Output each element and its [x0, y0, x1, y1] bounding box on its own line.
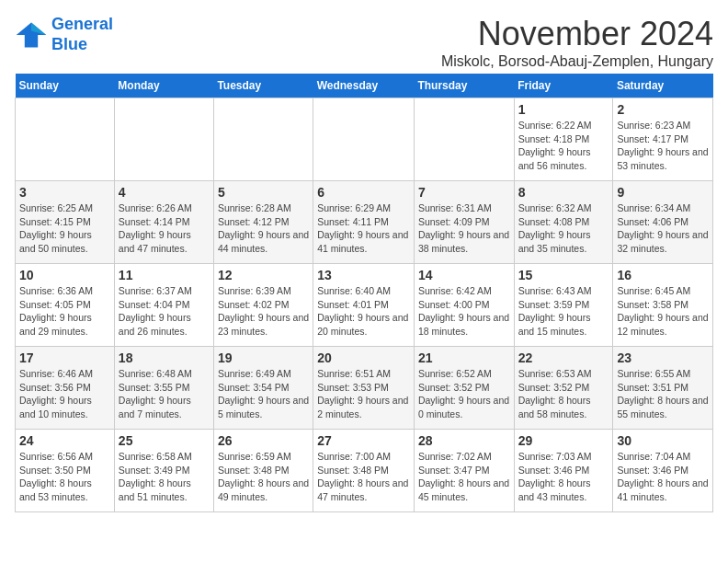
- calendar-table: SundayMondayTuesdayWednesdayThursdayFrid…: [15, 74, 713, 512]
- calendar-cell: [114, 98, 213, 181]
- calendar-cell: 15Sunrise: 6:43 AM Sunset: 3:59 PM Dayli…: [514, 264, 613, 347]
- day-info: Sunrise: 6:28 AM Sunset: 4:12 PM Dayligh…: [218, 201, 309, 256]
- day-number: 15: [518, 268, 609, 282]
- calendar-cell: 3Sunrise: 6:25 AM Sunset: 4:15 PM Daylig…: [16, 181, 115, 264]
- day-number: 13: [317, 268, 410, 282]
- day-info: Sunrise: 6:43 AM Sunset: 3:59 PM Dayligh…: [518, 284, 609, 339]
- day-number: 7: [418, 185, 510, 200]
- day-info: Sunrise: 6:55 AM Sunset: 3:51 PM Dayligh…: [617, 367, 709, 421]
- day-info: Sunrise: 6:31 AM Sunset: 4:09 PM Dayligh…: [418, 201, 510, 256]
- day-number: 11: [119, 268, 210, 282]
- day-number: 19: [218, 350, 309, 365]
- page-title: November 2024: [441, 15, 713, 53]
- day-info: Sunrise: 6:46 AM Sunset: 3:56 PM Dayligh…: [19, 367, 110, 421]
- header: General Blue November 2024 Miskolc, Bors…: [15, 15, 713, 70]
- day-number: 30: [617, 433, 709, 448]
- calendar-week-row: 3Sunrise: 6:25 AM Sunset: 4:15 PM Daylig…: [16, 181, 713, 264]
- day-number: 23: [617, 350, 709, 365]
- calendar-cell: 5Sunrise: 6:28 AM Sunset: 4:12 PM Daylig…: [213, 181, 313, 264]
- day-number: 8: [518, 185, 609, 200]
- title-area: November 2024 Miskolc, Borsod-Abauj-Zemp…: [441, 15, 713, 70]
- weekday-header-sunday: Sunday: [16, 74, 115, 98]
- calendar-cell: 21Sunrise: 6:52 AM Sunset: 3:52 PM Dayli…: [414, 347, 514, 430]
- day-info: Sunrise: 6:25 AM Sunset: 4:15 PM Dayligh…: [19, 201, 110, 256]
- day-info: Sunrise: 6:34 AM Sunset: 4:06 PM Dayligh…: [617, 201, 709, 256]
- calendar-cell: 23Sunrise: 6:55 AM Sunset: 3:51 PM Dayli…: [613, 347, 713, 430]
- calendar-cell: 13Sunrise: 6:40 AM Sunset: 4:01 PM Dayli…: [313, 264, 415, 347]
- calendar-cell: 27Sunrise: 7:00 AM Sunset: 3:48 PM Dayli…: [313, 430, 415, 512]
- day-number: 3: [19, 185, 110, 200]
- calendar-cell: 11Sunrise: 6:37 AM Sunset: 4:04 PM Dayli…: [114, 264, 213, 347]
- calendar-cell: 10Sunrise: 6:36 AM Sunset: 4:05 PM Dayli…: [16, 264, 115, 347]
- logo: General Blue: [15, 15, 113, 54]
- weekday-header-monday: Monday: [114, 74, 213, 98]
- calendar-cell: 26Sunrise: 6:59 AM Sunset: 3:48 PM Dayli…: [213, 430, 313, 512]
- calendar-cell: 9Sunrise: 6:34 AM Sunset: 4:06 PM Daylig…: [613, 181, 713, 264]
- calendar-cell: 7Sunrise: 6:31 AM Sunset: 4:09 PM Daylig…: [414, 181, 514, 264]
- calendar-cell: 19Sunrise: 6:49 AM Sunset: 3:54 PM Dayli…: [213, 347, 313, 430]
- day-number: 6: [317, 185, 410, 200]
- day-info: Sunrise: 6:37 AM Sunset: 4:04 PM Dayligh…: [119, 284, 210, 339]
- day-info: Sunrise: 6:51 AM Sunset: 3:53 PM Dayligh…: [317, 367, 410, 421]
- day-number: 26: [218, 433, 309, 448]
- day-number: 25: [119, 433, 210, 448]
- calendar-week-row: 17Sunrise: 6:46 AM Sunset: 3:56 PM Dayli…: [16, 347, 713, 430]
- calendar-cell: 22Sunrise: 6:53 AM Sunset: 3:52 PM Dayli…: [514, 347, 613, 430]
- day-number: 29: [518, 433, 609, 448]
- day-number: 5: [218, 185, 309, 200]
- day-info: Sunrise: 6:49 AM Sunset: 3:54 PM Dayligh…: [218, 367, 309, 421]
- day-info: Sunrise: 6:53 AM Sunset: 3:52 PM Dayligh…: [518, 367, 609, 421]
- day-number: 24: [19, 433, 110, 448]
- page-subtitle: Miskolc, Borsod-Abauj-Zemplen, Hungary: [441, 53, 713, 70]
- day-number: 18: [119, 350, 210, 365]
- day-number: 22: [518, 350, 609, 365]
- day-number: 10: [19, 268, 110, 282]
- calendar-cell: 24Sunrise: 6:56 AM Sunset: 3:50 PM Dayli…: [16, 430, 115, 512]
- calendar-cell: 30Sunrise: 7:04 AM Sunset: 3:46 PM Dayli…: [613, 430, 713, 512]
- calendar-cell: [213, 98, 313, 181]
- calendar-header-row: SundayMondayTuesdayWednesdayThursdayFrid…: [16, 74, 713, 98]
- weekday-header-tuesday: Tuesday: [213, 74, 313, 98]
- calendar-cell: 20Sunrise: 6:51 AM Sunset: 3:53 PM Dayli…: [313, 347, 415, 430]
- day-info: Sunrise: 7:03 AM Sunset: 3:46 PM Dayligh…: [518, 450, 609, 504]
- weekday-header-wednesday: Wednesday: [313, 74, 415, 98]
- day-number: 1: [518, 102, 609, 117]
- calendar-cell: 25Sunrise: 6:58 AM Sunset: 3:49 PM Dayli…: [114, 430, 213, 512]
- calendar-cell: 2Sunrise: 6:23 AM Sunset: 4:17 PM Daylig…: [613, 98, 713, 181]
- day-info: Sunrise: 6:58 AM Sunset: 3:49 PM Dayligh…: [119, 450, 210, 504]
- day-number: 14: [418, 268, 510, 282]
- day-info: Sunrise: 7:00 AM Sunset: 3:48 PM Dayligh…: [317, 450, 410, 504]
- logo-text: General Blue: [51, 15, 113, 54]
- day-info: Sunrise: 6:23 AM Sunset: 4:17 PM Dayligh…: [617, 119, 709, 173]
- day-number: 28: [418, 433, 510, 448]
- day-info: Sunrise: 6:29 AM Sunset: 4:11 PM Dayligh…: [317, 201, 410, 256]
- day-info: Sunrise: 6:40 AM Sunset: 4:01 PM Dayligh…: [317, 284, 410, 339]
- day-info: Sunrise: 6:42 AM Sunset: 4:00 PM Dayligh…: [418, 284, 510, 339]
- calendar-cell: 4Sunrise: 6:26 AM Sunset: 4:14 PM Daylig…: [114, 181, 213, 264]
- calendar-week-row: 24Sunrise: 6:56 AM Sunset: 3:50 PM Dayli…: [16, 430, 713, 512]
- calendar-body: 1Sunrise: 6:22 AM Sunset: 4:18 PM Daylig…: [16, 98, 713, 512]
- calendar-cell: [16, 98, 115, 181]
- calendar-cell: 16Sunrise: 6:45 AM Sunset: 3:58 PM Dayli…: [613, 264, 713, 347]
- day-info: Sunrise: 6:59 AM Sunset: 3:48 PM Dayligh…: [218, 450, 309, 504]
- calendar-cell: 29Sunrise: 7:03 AM Sunset: 3:46 PM Dayli…: [514, 430, 613, 512]
- day-number: 2: [617, 102, 709, 117]
- day-number: 16: [617, 268, 709, 282]
- day-info: Sunrise: 6:52 AM Sunset: 3:52 PM Dayligh…: [418, 367, 510, 421]
- day-info: Sunrise: 6:39 AM Sunset: 4:02 PM Dayligh…: [218, 284, 309, 339]
- day-number: 20: [317, 350, 410, 365]
- calendar-cell: 18Sunrise: 6:48 AM Sunset: 3:55 PM Dayli…: [114, 347, 213, 430]
- day-info: Sunrise: 6:26 AM Sunset: 4:14 PM Dayligh…: [119, 201, 210, 256]
- calendar-cell: [313, 98, 415, 181]
- logo-icon: [15, 18, 48, 52]
- day-info: Sunrise: 6:22 AM Sunset: 4:18 PM Dayligh…: [518, 119, 609, 173]
- day-number: 27: [317, 433, 410, 448]
- day-info: Sunrise: 7:04 AM Sunset: 3:46 PM Dayligh…: [617, 450, 709, 504]
- day-info: Sunrise: 7:02 AM Sunset: 3:47 PM Dayligh…: [418, 450, 510, 504]
- calendar-week-row: 10Sunrise: 6:36 AM Sunset: 4:05 PM Dayli…: [16, 264, 713, 347]
- day-number: 9: [617, 185, 709, 200]
- day-number: 12: [218, 268, 309, 282]
- calendar-cell: 28Sunrise: 7:02 AM Sunset: 3:47 PM Dayli…: [414, 430, 514, 512]
- day-number: 17: [19, 350, 110, 365]
- calendar-cell: 8Sunrise: 6:32 AM Sunset: 4:08 PM Daylig…: [514, 181, 613, 264]
